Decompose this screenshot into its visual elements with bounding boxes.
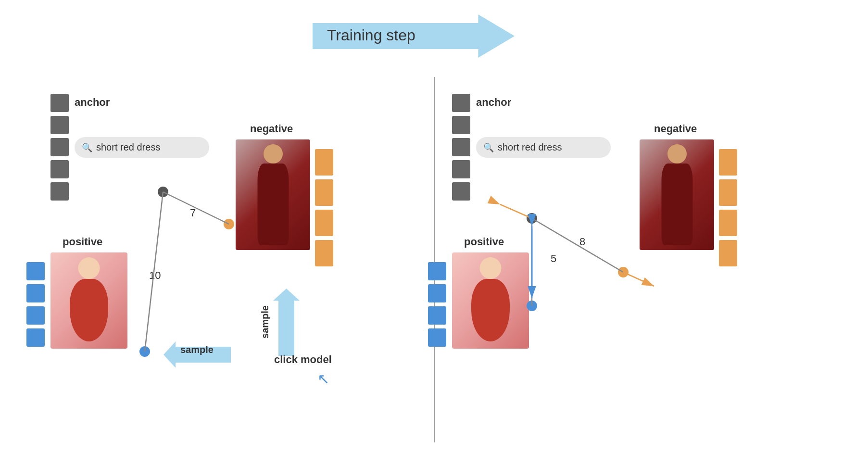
stack-block-blue-r <box>428 262 446 280</box>
distance-10: 10 <box>149 269 161 282</box>
blue-stack-right <box>428 262 446 347</box>
stack-block-gray <box>50 116 69 134</box>
positive-label-left: positive <box>63 236 102 248</box>
stack-block-blue-r <box>428 328 446 347</box>
stack-block-blue <box>26 306 45 325</box>
sample-label-left: sample <box>180 344 214 355</box>
search-icon-right: 🔍 <box>483 142 494 153</box>
distance-5: 5 <box>551 252 556 265</box>
dot-blue-left <box>139 346 150 357</box>
stack-block-gray <box>50 138 69 156</box>
negative-label-left: negative <box>250 123 293 135</box>
negative-label-right: negative <box>654 123 697 135</box>
sample-arrow-shape-up <box>273 289 300 356</box>
orange-stack-left <box>315 149 333 266</box>
anchor-stack-right <box>452 94 470 201</box>
dot-orange-right <box>618 267 629 277</box>
positive-image-left <box>50 252 127 349</box>
stack-block-orange <box>315 210 333 236</box>
negative-image-left <box>236 139 310 250</box>
stack-block-blue-r <box>428 306 446 325</box>
stack-block-gray <box>50 94 69 112</box>
cursor-icon: ↖ <box>317 370 329 387</box>
search-box-right: 🔍 short red dress <box>476 137 611 158</box>
stack-block-orange-r <box>719 179 737 206</box>
stack-block-orange <box>315 240 333 266</box>
anchor-label-right: anchor <box>476 96 511 109</box>
anchor-stack-left <box>50 94 69 201</box>
stack-block-blue-r <box>428 284 446 302</box>
blue-stack-left <box>26 262 45 347</box>
stack-block-blue <box>26 328 45 347</box>
anchor-label-left: anchor <box>75 96 110 109</box>
stack-block-gray-r <box>452 116 470 134</box>
stack-block-orange-r <box>719 240 737 266</box>
stack-block-gray <box>50 182 69 201</box>
stack-block-blue <box>26 284 45 302</box>
svg-line-2 <box>532 218 623 272</box>
sample-arrow-bottom <box>273 289 300 356</box>
sample-label-bottom-text: sample <box>260 305 271 339</box>
training-step-label: Training step <box>327 26 415 44</box>
positive-image-right <box>452 252 529 349</box>
stack-block-gray-r <box>452 138 470 156</box>
positive-label-right: positive <box>464 236 504 248</box>
svg-line-0 <box>163 192 229 224</box>
stack-block-orange-r <box>719 149 737 176</box>
dot-blue-right <box>527 301 537 311</box>
stack-block-gray-r <box>452 182 470 201</box>
search-icon: 🔍 <box>82 142 92 153</box>
dot-orange-left <box>224 219 234 229</box>
center-divider <box>434 77 435 442</box>
stack-block-orange-r <box>719 210 737 236</box>
stack-block-gray <box>50 160 69 178</box>
stack-block-orange <box>315 179 333 206</box>
stack-block-gray-r <box>452 94 470 112</box>
orange-stack-right <box>719 149 737 266</box>
distance-7: 7 <box>190 207 196 219</box>
stack-block-blue <box>26 262 45 280</box>
stack-block-gray-r <box>452 160 470 178</box>
search-box-left: 🔍 short red dress <box>75 137 209 158</box>
dot-gray-left <box>158 187 168 197</box>
dot-gray-right <box>527 213 537 224</box>
stack-block-orange <box>315 149 333 176</box>
negative-image-right <box>640 139 714 250</box>
search-text-left: short red dress <box>96 142 160 153</box>
distance-8: 8 <box>579 236 585 248</box>
search-text-right: short red dress <box>498 142 562 153</box>
click-model-label: click model <box>274 353 332 366</box>
